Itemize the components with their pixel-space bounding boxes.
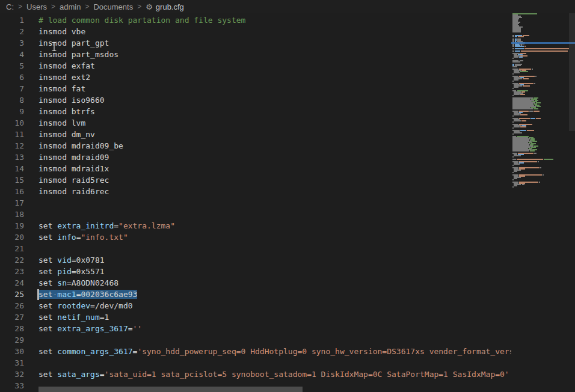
line-number[interactable]: 4 — [0, 49, 24, 60]
line-number[interactable]: 1 — [0, 14, 24, 26]
line-number[interactable]: 23 — [0, 266, 24, 277]
code-line[interactable]: 13insmod mdraid09 — [0, 152, 511, 163]
code-line[interactable]: 5insmod exfat — [0, 60, 511, 72]
code-line[interactable]: 21 — [0, 243, 511, 254]
code-line[interactable]: 23set pid=0x5571 — [0, 266, 511, 277]
line-number[interactable]: 6 — [0, 72, 24, 83]
line-number[interactable]: 3 — [0, 37, 24, 49]
line-number[interactable]: 11 — [0, 129, 24, 140]
code-line[interactable]: 18 — [0, 209, 511, 220]
line-number[interactable]: 17 — [0, 197, 24, 209]
line-content: set extra_initrd="extra.lzma" — [38, 220, 175, 231]
code-line[interactable]: 1# load common disk partation and file s… — [0, 14, 511, 26]
horizontal-scrollbar-thumb[interactable] — [38, 387, 303, 392]
code-line[interactable]: 16insmod raid6rec — [0, 186, 511, 197]
line-content: insmod raid5rec — [38, 174, 109, 186]
text-caret — [37, 289, 39, 300]
line-number[interactable]: 24 — [0, 277, 24, 289]
code-line[interactable]: 11insmod dm_nv — [0, 129, 511, 140]
line-content: insmod part_msdos — [38, 49, 118, 60]
line-number[interactable]: 22 — [0, 254, 24, 266]
vertical-scrollbar-thumb[interactable] — [569, 13, 575, 131]
minimap[interactable] — [511, 13, 575, 392]
line-number[interactable]: 32 — [0, 369, 24, 380]
code-line[interactable]: 2insmod vbe — [0, 26, 511, 37]
line-number[interactable]: 7 — [0, 83, 24, 94]
chevron-right-icon: > — [18, 2, 22, 11]
breadcrumb-item[interactable]: C: — [6, 2, 14, 11]
line-number[interactable]: 16 — [0, 186, 24, 197]
code-line[interactable]: 9insmod btrfs — [0, 106, 511, 117]
line-content: set sata_args='sata_uid=1 sata_pcislot=5… — [38, 369, 509, 380]
code-line[interactable]: 26set rootdev=/dev/md0 — [0, 300, 511, 311]
line-number[interactable]: 12 — [0, 140, 24, 152]
line-number[interactable]: 31 — [0, 357, 24, 369]
line-number[interactable]: 18 — [0, 209, 24, 220]
code-line[interactable]: 20set info="info.txt" — [0, 231, 511, 243]
line-content: insmod btrfs — [38, 106, 95, 117]
line-content: set sn=A8ODN02468 — [38, 277, 118, 289]
line-content: insmod mdraid09 — [38, 152, 109, 163]
code-line[interactable]: 27set netif_num=1 — [0, 311, 511, 323]
line-number[interactable]: 26 — [0, 300, 24, 311]
line-number[interactable]: 19 — [0, 220, 24, 231]
line-content: insmod exfat — [38, 60, 95, 72]
line-content: set netif_num=1 — [38, 311, 109, 323]
line-number[interactable]: 30 — [0, 346, 24, 357]
line-number[interactable]: 20 — [0, 231, 24, 243]
line-content: set·mac1=002036c6ae93 — [38, 289, 137, 300]
breadcrumb-item[interactable]: admin — [60, 2, 81, 11]
code-line[interactable]: 8insmod iso9660 — [0, 94, 511, 106]
code-line[interactable]: 32set sata_args='sata_uid=1 sata_pcislot… — [0, 369, 511, 380]
code-line[interactable]: 6insmod ext2 — [0, 72, 511, 83]
breadcrumb-item-file[interactable]: ⚙grub.cfg — [146, 2, 184, 11]
line-number[interactable]: 27 — [0, 311, 24, 323]
editor-pane[interactable]: 1# load common disk partation and file s… — [0, 13, 575, 392]
line-number[interactable]: 2 — [0, 26, 24, 37]
code-line[interactable]: 31 — [0, 357, 511, 369]
code-line[interactable]: 14insmod mdraid1x — [0, 163, 511, 174]
code-line[interactable]: 15insmod raid5rec — [0, 174, 511, 186]
line-content: insmod raid6rec — [38, 186, 109, 197]
code-line[interactable]: 30set common_args_3617='syno_hdd_powerup… — [0, 346, 511, 357]
line-content: # load common disk partation and file sy… — [38, 14, 245, 26]
line-content: set vid=0x0781 — [38, 254, 105, 266]
line-number[interactable]: 10 — [0, 117, 24, 129]
line-number[interactable]: 29 — [0, 334, 24, 346]
line-content: set extra_args_3617='' — [38, 323, 142, 334]
code-line[interactable]: 3insmod part_gpt — [0, 37, 511, 49]
line-number[interactable]: 5 — [0, 60, 24, 72]
line-number[interactable]: 25 — [0, 289, 24, 300]
code-line[interactable]: 25set·mac1=002036c6ae93 — [0, 289, 511, 300]
code-lines[interactable]: 1# load common disk partation and file s… — [0, 14, 511, 391]
text-selection: set·mac1=002036c6ae93 — [38, 290, 137, 299]
breadcrumb-item[interactable]: Users — [26, 2, 47, 11]
line-content: insmod part_gpt — [38, 37, 109, 49]
line-number[interactable]: 15 — [0, 174, 24, 186]
breadcrumb-item[interactable]: Documents — [93, 2, 133, 11]
line-content: set rootdev=/dev/md0 — [38, 300, 133, 311]
line-number[interactable]: 28 — [0, 323, 24, 334]
code-editor-window: C:>Users>admin>Documents>⚙grub.cfg 1# lo… — [0, 0, 575, 392]
minimap-selected-line-highlight — [511, 42, 575, 44]
code-line[interactable]: 24set sn=A8ODN02468 — [0, 277, 511, 289]
code-line[interactable]: 19set extra_initrd="extra.lzma" — [0, 220, 511, 231]
line-number[interactable]: 9 — [0, 106, 24, 117]
line-content: insmod dm_nv — [38, 129, 95, 140]
line-number[interactable]: 33 — [0, 380, 24, 391]
chevron-right-icon: > — [85, 2, 89, 11]
code-line[interactable]: 28set extra_args_3617='' — [0, 323, 511, 334]
line-number[interactable]: 21 — [0, 243, 24, 254]
code-line[interactable]: 7insmod fat — [0, 83, 511, 94]
code-line[interactable]: 10insmod lvm — [0, 117, 511, 129]
code-line[interactable]: 12insmod mdraid09_be — [0, 140, 511, 152]
line-number[interactable]: 8 — [0, 94, 24, 106]
line-number[interactable]: 14 — [0, 163, 24, 174]
code-line[interactable]: 22set vid=0x0781 — [0, 254, 511, 266]
code-line[interactable]: 29 — [0, 334, 511, 346]
code-line[interactable]: 4insmod part_msdos — [0, 49, 511, 60]
gear-icon: ⚙ — [146, 3, 153, 11]
code-line[interactable]: 17 — [0, 197, 511, 209]
line-content: insmod mdraid09_be — [38, 140, 123, 152]
line-number[interactable]: 13 — [0, 152, 24, 163]
